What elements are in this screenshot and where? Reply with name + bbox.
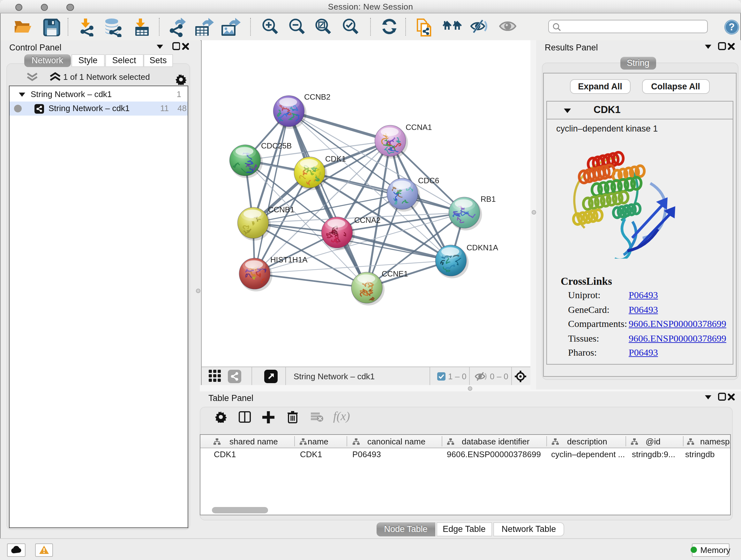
- svg-text:CDC6: CDC6: [418, 176, 439, 185]
- svg-text:CCNB2: CCNB2: [304, 92, 331, 101]
- svg-text:CCNE1: CCNE1: [382, 269, 408, 278]
- svg-text:?: ?: [729, 21, 735, 33]
- svg-text:CCNB1: CCNB1: [268, 205, 294, 214]
- svg-text:CCNA2: CCNA2: [354, 216, 381, 225]
- svg-text:CDKN1A: CDKN1A: [467, 243, 498, 252]
- svg-text:RB1: RB1: [481, 195, 495, 203]
- svg-text:CCNA1: CCNA1: [406, 123, 432, 132]
- svg-text:CDK1: CDK1: [325, 154, 346, 163]
- svg-text:CDC25B: CDC25B: [261, 141, 292, 150]
- svg-text:HIST1H1A: HIST1H1A: [270, 255, 308, 264]
